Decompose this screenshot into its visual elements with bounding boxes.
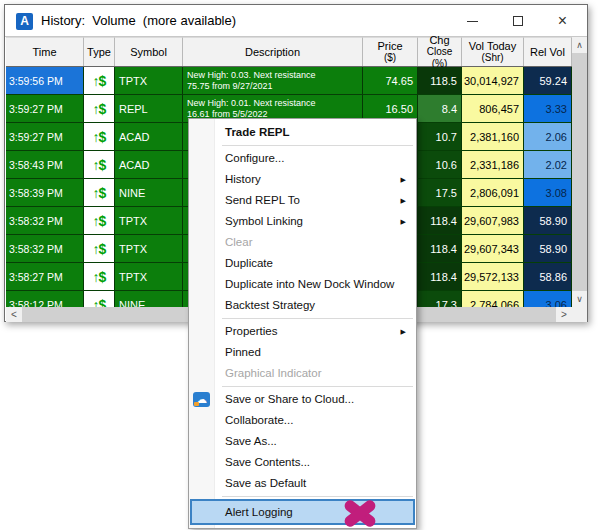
title-bar[interactable]: A History: Volume (more available) × xyxy=(5,5,587,37)
cell-chg-close: 8.4 xyxy=(418,95,462,122)
column-header-type[interactable]: Type xyxy=(84,37,115,66)
column-header-rel-vol[interactable]: Rel Vol xyxy=(524,37,572,66)
menu-item-label: History xyxy=(225,173,261,185)
menu-item-duplicate[interactable]: Duplicate xyxy=(189,253,416,274)
window-controls: × xyxy=(450,5,585,37)
cell-symbol[interactable]: REPL xyxy=(115,95,183,122)
cell-symbol[interactable]: NINE xyxy=(115,179,183,206)
menu-item-save-as-default[interactable]: Save as Default xyxy=(189,473,416,494)
cell-chg-close: 118.4 xyxy=(418,235,462,262)
table-row[interactable]: 3:59:56 PM↑$TPTXNew High: 0.03. Next res… xyxy=(6,67,572,95)
cell-rel-vol: 58.86 xyxy=(524,263,572,290)
menu-item-backtest-strategy[interactable]: Backtest Strategy xyxy=(189,295,416,316)
menu-item-save-as[interactable]: Save As... xyxy=(189,431,416,452)
scroll-up-button[interactable]: ∧ xyxy=(572,37,587,53)
cell-time[interactable]: 3:59:27 PM xyxy=(6,123,84,150)
menu-item-label: Alert Logging xyxy=(225,506,293,518)
close-button[interactable]: × xyxy=(540,5,585,37)
menu-item-label: Collaborate... xyxy=(225,414,293,426)
cell-chg-close: 118.5 xyxy=(418,67,462,94)
maximize-button[interactable] xyxy=(495,5,540,37)
menu-item-properties[interactable]: Properties▶ xyxy=(189,321,416,342)
menu-item-alert-logging[interactable]: Alert Logging xyxy=(190,499,415,525)
menu-item-pinned[interactable]: Pinned xyxy=(189,342,416,363)
column-header-label: Description xyxy=(245,46,300,58)
menu-item-configure[interactable]: Configure... xyxy=(189,148,416,169)
column-header-sublabel: ($) xyxy=(384,52,396,64)
x-mark-annotation xyxy=(340,498,380,528)
context-menu: Trade REPLConfigure...History▶Send REPL … xyxy=(188,118,417,529)
cell-rel-vol: 3.06 xyxy=(524,291,572,307)
cell-time[interactable]: 3:58:27 PM xyxy=(6,263,84,290)
cell-rel-vol: 59.24 xyxy=(524,67,572,94)
cell-rel-vol: 2.02 xyxy=(524,151,572,178)
cell-vol-today: 29,607,983 xyxy=(462,207,524,234)
up-arrow-dollar-icon: ↑$ xyxy=(84,207,115,234)
cell-time[interactable]: 3:58:12 PM xyxy=(6,291,84,307)
up-arrow-dollar-icon: ↑$ xyxy=(84,67,115,94)
minimize-button[interactable] xyxy=(450,5,495,37)
column-header-description[interactable]: Description xyxy=(183,37,363,66)
cell-symbol[interactable]: ACAD xyxy=(115,123,183,150)
scroll-down-button[interactable]: ∨ xyxy=(572,291,587,307)
menu-item-save-or-share-to-cloud[interactable]: ☁Save or Share to Cloud... xyxy=(189,389,416,410)
column-header-chg[interactable]: ChgClose (%) xyxy=(418,37,462,66)
menu-item-label: Pinned xyxy=(225,346,261,358)
vertical-scrollbar[interactable]: ∧ ∨ xyxy=(572,37,587,307)
menu-item-send-repl-to[interactable]: Send REPL To▶ xyxy=(189,190,416,211)
menu-item-duplicate-into-new-dock-window[interactable]: Duplicate into New Dock Window xyxy=(189,274,416,295)
cell-symbol[interactable]: TPTX xyxy=(115,263,183,290)
menu-item-save-contents[interactable]: Save Contents... xyxy=(189,452,416,473)
minimize-icon xyxy=(467,21,478,22)
menu-item-label: Save as Default xyxy=(225,477,306,489)
cell-vol-today: 29,607,343 xyxy=(462,235,524,262)
menu-item-history[interactable]: History▶ xyxy=(189,169,416,190)
cell-time[interactable]: 3:58:32 PM xyxy=(6,207,84,234)
column-header-vol-today[interactable]: Vol Today(Shr) xyxy=(462,37,524,66)
cell-vol-today: 2,806,091 xyxy=(462,179,524,206)
menu-item-clear: Clear xyxy=(189,232,416,253)
menu-separator xyxy=(222,496,413,497)
menu-item-label: Graphical Indicator xyxy=(225,367,322,379)
cell-symbol[interactable]: ACAD xyxy=(115,151,183,178)
scrollbar-corner xyxy=(572,307,587,322)
cell-time[interactable]: 3:58:39 PM xyxy=(6,179,84,206)
cell-time[interactable]: 3:59:56 PM xyxy=(6,67,84,94)
app-icon: A xyxy=(16,13,33,30)
menu-item-trade-repl[interactable]: Trade REPL xyxy=(189,122,416,143)
cell-vol-today: 806,457 xyxy=(462,95,524,122)
cell-time[interactable]: 3:58:43 PM xyxy=(6,151,84,178)
column-header-label: Symbol xyxy=(130,46,167,58)
up-arrow-dollar-icon: ↑$ xyxy=(84,291,115,307)
menu-item-label: Save or Share to Cloud... xyxy=(225,393,354,405)
desktop-background: A History: Volume (more available) × Tim… xyxy=(0,0,600,530)
cell-symbol[interactable]: NINE xyxy=(115,291,183,307)
up-arrow-dollar-icon: ↑$ xyxy=(84,123,115,150)
menu-item-symbol-linking[interactable]: Symbol Linking▶ xyxy=(189,211,416,232)
cell-symbol[interactable]: TPTX xyxy=(115,207,183,234)
column-header-sublabel: (Shr) xyxy=(481,52,503,64)
menu-separator xyxy=(222,145,413,146)
table-header-row: TimeTypeSymbolDescriptionPrice($)ChgClos… xyxy=(6,37,572,67)
menu-item-label: Configure... xyxy=(225,152,284,164)
cell-rel-vol: 58.90 xyxy=(524,207,572,234)
column-header-symbol[interactable]: Symbol xyxy=(115,37,183,66)
menu-item-label: Duplicate xyxy=(225,257,273,269)
cell-time[interactable]: 3:59:27 PM xyxy=(6,95,84,122)
description-line: 75.75 from 9/27/2021 xyxy=(187,81,273,92)
cell-chg-close: 118.4 xyxy=(418,207,462,234)
menu-item-label: Symbol Linking xyxy=(225,215,303,227)
cell-symbol[interactable]: TPTX xyxy=(115,235,183,262)
column-header-price[interactable]: Price($) xyxy=(363,37,418,66)
cell-symbol[interactable]: TPTX xyxy=(115,67,183,94)
cell-chg-close: 10.6 xyxy=(418,151,462,178)
submenu-arrow-icon: ▶ xyxy=(401,190,406,211)
scroll-right-button[interactable]: > xyxy=(556,307,572,322)
menu-item-collaborate[interactable]: Collaborate... xyxy=(189,410,416,431)
cell-time[interactable]: 3:58:32 PM xyxy=(6,235,84,262)
scroll-left-button[interactable]: < xyxy=(6,307,22,322)
cell-description: New High: 0.03. Next resistance75.75 fro… xyxy=(183,67,363,94)
cell-rel-vol: 3.08 xyxy=(524,179,572,206)
column-header-time[interactable]: Time xyxy=(6,37,84,66)
maximize-icon xyxy=(513,16,523,26)
